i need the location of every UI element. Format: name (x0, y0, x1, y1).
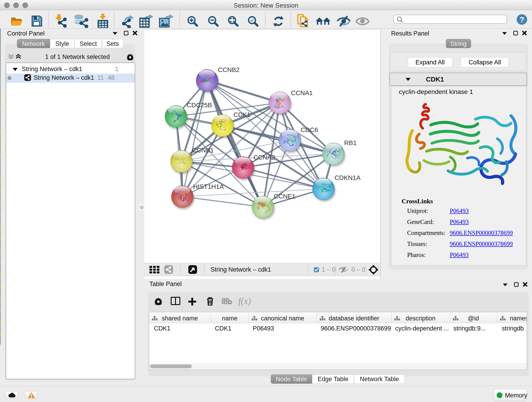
svg-text:CDKN1A: CDKN1A (335, 174, 361, 181)
svg-text:CCNB1: CCNB1 (192, 147, 214, 154)
svg-text:CDK1: CDK1 (234, 111, 251, 118)
svg-text:HIST1H1A: HIST1H1A (193, 183, 224, 190)
svg-text:CCNA2: CCNA2 (253, 154, 275, 161)
svg-text:CCNA1: CCNA1 (291, 89, 313, 96)
svg-text:CCNB2: CCNB2 (218, 66, 240, 73)
svg-text:CCNE1: CCNE1 (274, 193, 296, 200)
svg-text:CDC6: CDC6 (301, 126, 318, 133)
svg-text:RB1: RB1 (344, 139, 356, 147)
svg-text:CDC25B: CDC25B (187, 102, 212, 109)
